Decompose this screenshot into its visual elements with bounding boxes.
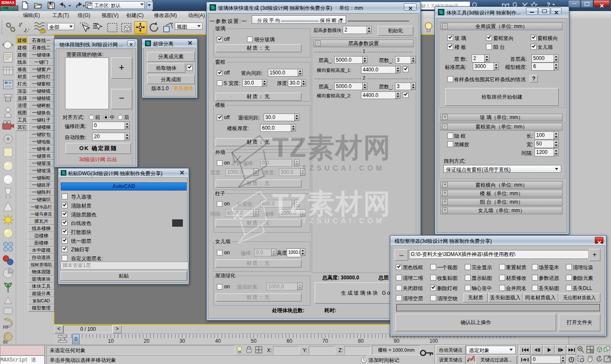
svg-text:0x: 0x xyxy=(3,340,8,344)
svg-text:HF: HF xyxy=(3,324,9,330)
